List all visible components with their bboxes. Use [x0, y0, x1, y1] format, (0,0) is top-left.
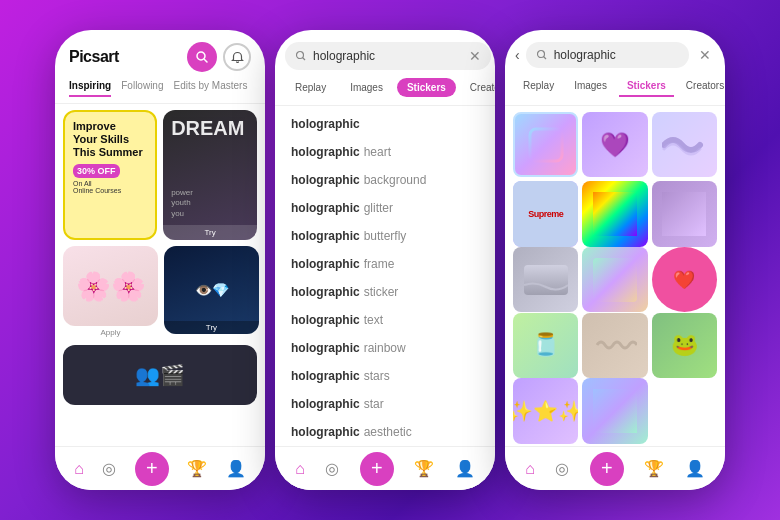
home-icon[interactable]: ⌂ — [525, 460, 535, 478]
content-row-2: 🌸🌸 Apply 👁️💎 Try — [63, 246, 257, 339]
create-fab[interactable]: + — [590, 452, 624, 486]
list-item[interactable]: holographic stars — [275, 362, 495, 390]
list-item[interactable]: holographic star — [275, 390, 495, 418]
dream-text: DREAM — [171, 118, 244, 138]
trophy-icon[interactable]: 🏆 — [187, 459, 207, 478]
suggestion-light: frame — [364, 257, 395, 271]
phone2-bottom-nav: ⌂ ◎ + 🏆 👤 — [275, 446, 495, 490]
suggestion-bold: holographic — [291, 117, 360, 131]
sticker-item[interactable] — [582, 181, 647, 246]
discover-icon[interactable]: ◎ — [325, 459, 339, 478]
sticker-item[interactable] — [582, 247, 647, 312]
nav-inspiring[interactable]: Inspiring — [69, 80, 111, 97]
sticker-item[interactable]: Supreme — [513, 181, 578, 246]
search-text: holographic — [554, 48, 616, 62]
suggestion-bold: holographic — [291, 341, 360, 355]
profile-icon[interactable]: 👤 — [226, 459, 246, 478]
suggestion-bold: holographic — [291, 369, 360, 383]
list-item[interactable]: holographic sticker — [275, 278, 495, 306]
apply-label: Apply — [63, 326, 158, 339]
suggestion-light: background — [364, 173, 427, 187]
create-fab[interactable]: + — [360, 452, 394, 486]
create-fab[interactable]: + — [135, 452, 169, 486]
card-improve-skills[interactable]: ImproveYour SkillsThis Summer 30% OFF On… — [63, 110, 157, 240]
suggestion-bold: holographic — [291, 145, 360, 159]
sticker-item[interactable] — [652, 181, 717, 246]
suggestion-light: sticker — [364, 285, 399, 299]
tab-stickers[interactable]: Stickers — [619, 76, 674, 97]
suggestion-light: text — [364, 313, 383, 327]
sticker-item[interactable]: ❤️ — [652, 247, 717, 312]
suggestion-bold: holographic — [291, 173, 360, 187]
eye-decoration: 👁️💎 — [195, 282, 229, 298]
list-item[interactable]: holographic text — [275, 306, 495, 334]
content-row-3: 👥🎬 — [63, 345, 257, 405]
card-flowers[interactable]: 🌸🌸 — [63, 246, 158, 326]
sticker-item[interactable] — [652, 112, 717, 177]
nav-edits[interactable]: Edits by Masters — [173, 80, 247, 97]
nav-following[interactable]: Following — [121, 80, 163, 97]
sticker-item[interactable] — [513, 112, 578, 177]
suggestion-light: aesthetic — [364, 425, 412, 439]
tab-images[interactable]: Images — [340, 78, 393, 97]
svg-line-3 — [303, 58, 306, 61]
home-icon[interactable]: ⌂ — [74, 460, 84, 478]
tab-creators[interactable]: Creators — [678, 76, 725, 97]
phone3-search-bar[interactable]: holographic — [526, 42, 689, 68]
list-item[interactable]: holographic — [275, 110, 495, 138]
suggestion-bold: holographic — [291, 313, 360, 327]
phone2-header: ✕ Cancel — [275, 30, 495, 78]
tab-images[interactable]: Images — [566, 76, 615, 97]
card-eye[interactable]: 👁️💎 Try — [164, 246, 259, 334]
svg-point-0 — [197, 52, 205, 60]
phone1-bottom-nav: ⌂ ◎ + 🏆 👤 — [55, 446, 265, 490]
profile-icon[interactable]: 👤 — [685, 459, 705, 478]
clear-icon[interactable]: ✕ — [469, 48, 481, 64]
sticker-item[interactable]: 🫙 — [513, 313, 578, 378]
sticker-decoration: Supreme — [513, 181, 578, 246]
suggestion-light: glitter — [364, 201, 393, 215]
back-icon[interactable]: ‹ — [515, 47, 520, 63]
phone-1: Picsart Inspiring Following Edits by Mas… — [55, 30, 265, 490]
suggestion-bold: holographic — [291, 425, 360, 439]
profile-icon[interactable]: 👤 — [455, 459, 475, 478]
list-item[interactable]: holographic rainbow — [275, 334, 495, 362]
suggestion-bold: holographic — [291, 257, 360, 271]
trophy-icon[interactable]: 🏆 — [414, 459, 434, 478]
tab-stickers[interactable]: Stickers — [397, 78, 456, 97]
tab-creators[interactable]: Creators — [460, 78, 495, 97]
sticker-item[interactable] — [582, 313, 647, 378]
list-item[interactable]: holographic background — [275, 166, 495, 194]
try-label-2: Try — [164, 321, 259, 334]
list-item[interactable]: holographic frame — [275, 250, 495, 278]
list-item[interactable]: holographic butterfly — [275, 222, 495, 250]
trophy-icon[interactable]: 🏆 — [644, 459, 664, 478]
suggestion-light: heart — [364, 145, 391, 159]
card-dream[interactable]: DREAM poweryouthyou Try — [163, 110, 257, 240]
list-item[interactable]: holographic aesthetic — [275, 418, 495, 446]
discover-icon[interactable]: ◎ — [102, 459, 116, 478]
sticker-item[interactable]: 💜 — [582, 112, 647, 177]
sticker-item[interactable]: 🐸 — [652, 313, 717, 378]
tab-replay[interactable]: Replay — [285, 78, 336, 97]
search-input[interactable] — [313, 49, 463, 63]
phone-3: ‹ holographic ✕ Replay Images Stickers C… — [505, 30, 725, 490]
phone-2: ✕ Cancel Replay Images Stickers Creators… — [275, 30, 495, 490]
list-item[interactable]: holographic heart — [275, 138, 495, 166]
home-icon[interactable]: ⌂ — [295, 460, 305, 478]
search-bar[interactable]: ✕ — [285, 42, 491, 70]
phone3-bottom-nav: ⌂ ◎ + 🏆 👤 — [505, 446, 725, 490]
sticker-item[interactable] — [513, 247, 578, 312]
notification-icon[interactable] — [223, 43, 251, 71]
discover-icon[interactable]: ◎ — [555, 459, 569, 478]
list-item[interactable]: holographic glitter — [275, 194, 495, 222]
sticker-item[interactable] — [582, 378, 647, 443]
svg-point-2 — [297, 52, 304, 59]
card-eye-wrap: 👁️💎 Try — [164, 246, 259, 339]
sticker-item[interactable]: ✨⭐✨ — [513, 378, 578, 443]
card-group[interactable]: 👥🎬 — [63, 345, 257, 405]
svg-rect-6 — [530, 129, 562, 161]
tab-replay[interactable]: Replay — [515, 76, 562, 97]
clear-icon[interactable]: ✕ — [695, 47, 715, 63]
search-icon-button[interactable] — [187, 42, 217, 72]
